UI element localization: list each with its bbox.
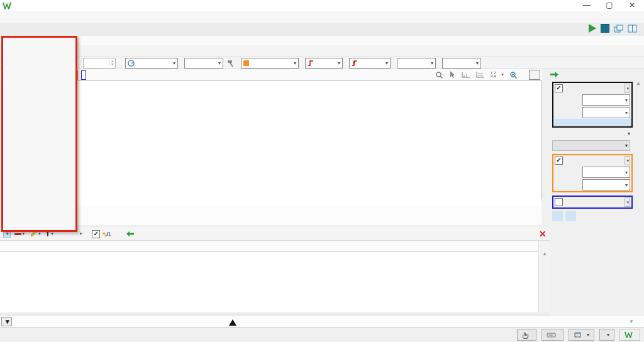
close-digital-icon[interactable]: ✕	[539, 229, 547, 239]
base-select[interactable]: ▾	[582, 107, 630, 118]
filters-button[interactable]	[552, 211, 563, 221]
source-select[interactable]: ▾	[241, 58, 299, 69]
protocol-context-menu	[1, 36, 77, 232]
zoom-in-tool-icon[interactable]	[509, 71, 518, 79]
add-channel-button[interactable]: ▾	[552, 140, 630, 151]
y-cursor-tool-icon[interactable]	[476, 71, 485, 79]
device-button[interactable]	[541, 329, 564, 341]
expand-panel-icon[interactable]	[550, 70, 559, 79]
digital-waveforms	[96, 252, 538, 312]
status-bar: ▾ ▾	[0, 327, 644, 342]
tab-bar	[0, 23, 644, 36]
device-icon	[547, 332, 556, 338]
plot-tool-icons: 1 23 4 ▾	[435, 69, 555, 80]
scope-plot[interactable]	[77, 80, 542, 199]
x-axis-button[interactable]: ▾	[1, 317, 12, 326]
close-icon[interactable]: ✕	[628, 0, 636, 11]
digital-table	[0, 241, 538, 313]
scope-capture-toolbar: ▲▼ ▾ ▾ ▾ ▾ ▾ ▾ ▾	[0, 57, 644, 69]
protocol-button[interactable]: ▾	[77, 231, 84, 237]
scope-trace-canvas	[77, 81, 541, 198]
time-box: ✓ ▾ ▾ ▾	[552, 82, 633, 128]
chip-icon	[574, 331, 582, 338]
range-select[interactable]: ▾	[582, 179, 630, 190]
digital-toolbar: ▾ ▾ ▾ T▾ ▾ ✓	[0, 228, 550, 241]
buffer-spinner[interactable]: ▲▼	[83, 58, 116, 69]
time-checkbox[interactable]: ✓	[555, 84, 563, 92]
run-button[interactable]	[589, 24, 596, 33]
view-dropdown-icon[interactable]: ▾	[501, 72, 504, 77]
mode-select[interactable]: ▾	[125, 58, 178, 69]
quad-view-icon[interactable]: 1 23 4	[491, 72, 496, 78]
scope-to-digital-icon	[103, 230, 112, 238]
offset-select[interactable]: ▾	[582, 167, 630, 178]
time-expand-strip[interactable]	[553, 119, 631, 126]
title-bar: — ▢ ✕	[0, 0, 644, 11]
waveforms-logo-icon	[3, 2, 11, 9]
clock-button[interactable]: ▾	[569, 329, 594, 341]
hand-icon	[522, 331, 529, 339]
tile-windows-icon[interactable]	[628, 25, 637, 33]
scope-menu-row	[0, 36, 644, 45]
channel1-gear-button[interactable]: ▾	[625, 156, 630, 165]
type-select[interactable]: ▾	[305, 58, 343, 69]
channel2-chip[interactable]	[81, 70, 86, 80]
time-ruler	[77, 206, 541, 215]
channel2-gear-button[interactable]: ▾	[625, 197, 630, 207]
options-row[interactable]: ▾	[552, 128, 630, 138]
condition-select[interactable]: ▾	[349, 58, 391, 69]
minimize-icon[interactable]: —	[582, 0, 591, 11]
repeated-mode-icon	[128, 60, 135, 67]
edge-icon	[308, 60, 314, 67]
channel2-checkbox[interactable]	[555, 198, 563, 206]
trigger-hammer-icon[interactable]	[226, 59, 235, 67]
maximize-icon[interactable]: ▢	[605, 0, 614, 11]
run-controls	[589, 24, 641, 33]
manual-trigger-button[interactable]	[517, 329, 536, 341]
panel-scrollbar[interactable]: ▲	[634, 80, 643, 225]
level-select[interactable]: ▾	[397, 58, 436, 69]
menu-bar	[0, 11, 644, 23]
rising-edge-icon	[352, 60, 358, 67]
scope-to-digital-checkbox[interactable]: ✓	[92, 230, 100, 238]
digital-scrollbar[interactable]: ▲	[538, 241, 550, 312]
digital-panel: ▾ ▾ ▾ T▾ ▾ ✓ ✕ ▲ ▾ ▼	[0, 228, 644, 327]
version-badge	[619, 329, 640, 341]
waveforms-logo-small-icon	[625, 331, 633, 338]
zoom-tool-icon[interactable]	[435, 71, 443, 79]
x-cursor-tool-icon[interactable]	[462, 71, 470, 79]
hyst-select[interactable]: ▾	[442, 58, 481, 69]
trigger-select[interactable]: ▾	[184, 58, 223, 69]
time-axis-labels	[77, 215, 550, 225]
pointer-tool-icon[interactable]	[449, 71, 456, 79]
channel1-color-swatch	[243, 60, 249, 66]
status-ok-button[interactable]: ▾	[599, 329, 614, 341]
position-select[interactable]: ▾	[582, 94, 630, 106]
digital-time-axis: ▾ ▼	[0, 316, 644, 327]
cascade-windows-icon[interactable]	[614, 25, 623, 33]
channel2-box: ▾	[552, 196, 633, 209]
scope-right-panel: ✓ ▾ ▾ ▾ ▾ ▾ ✓ ▾ ▾ ▾ ▾	[542, 69, 644, 225]
time-gear-button[interactable]: ▾	[625, 84, 630, 93]
channel1-box: ✓ ▾ ▾ ▾	[552, 154, 633, 192]
channel1-checkbox[interactable]: ✓	[555, 157, 563, 165]
collapse-left-icon[interactable]	[126, 230, 135, 238]
measurement-readout	[77, 198, 541, 206]
wavegens-button[interactable]	[565, 211, 576, 221]
digital-trigger-marker	[229, 319, 236, 326]
y-axis-button[interactable]	[529, 70, 540, 80]
stop-button[interactable]	[601, 24, 609, 33]
scroll-up-icon[interactable]: ▲	[542, 251, 547, 256]
collapse-corner-icon[interactable]: ▼	[629, 319, 634, 324]
digital-header-row	[0, 241, 538, 252]
scope-views-toolbar	[0, 45, 644, 57]
